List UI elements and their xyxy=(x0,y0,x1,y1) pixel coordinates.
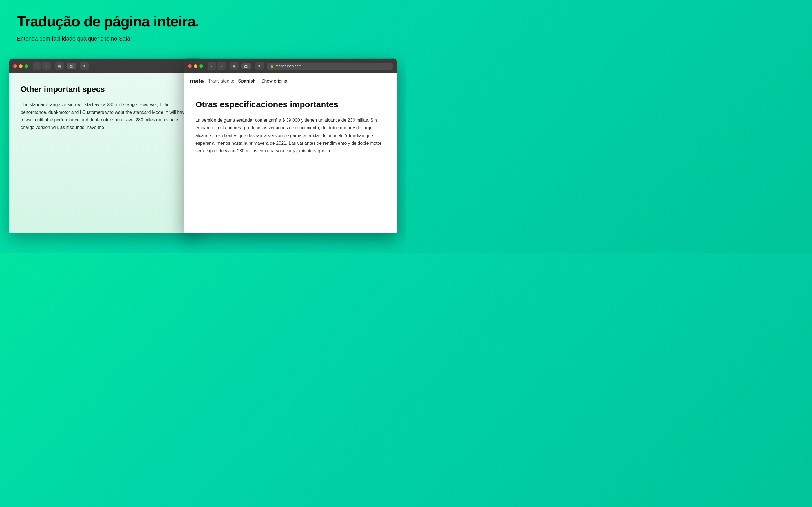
forward-button-left[interactable]: › xyxy=(42,62,51,69)
show-original-link[interactable]: Show original xyxy=(261,78,289,83)
browser-left: ‹ › ▣ æ ≡ Other important specs The stan… xyxy=(9,58,199,233)
traffic-light-yellow-right[interactable] xyxy=(194,64,197,68)
hero-title: Tradução de página inteira. xyxy=(17,13,389,30)
translated-to-label: Translated to: Spanish xyxy=(208,78,255,83)
sidebar-button-left[interactable]: ▣ xyxy=(55,62,64,69)
original-heading: Other important specs xyxy=(20,84,188,94)
traffic-light-green-right[interactable] xyxy=(199,64,203,68)
address-bar[interactable]: 🔒 techcrunch.com xyxy=(267,62,393,69)
browser-right: ‹ › ▣ æ ≡ 🔒 techcrunch.com mate xyxy=(184,58,397,233)
share-button-left[interactable]: ≡ xyxy=(80,62,89,69)
back-button-left[interactable]: ‹ xyxy=(33,62,41,69)
sidebar-button-right[interactable]: ▣ xyxy=(230,62,239,69)
translation-bar: mate Translated to: Spanish Show origina… xyxy=(184,73,397,89)
traffic-light-green-left[interactable] xyxy=(24,64,28,68)
ae-icon-right: æ xyxy=(244,64,248,68)
mate-logo: mate xyxy=(190,77,204,85)
url-text: techcrunch.com xyxy=(276,64,302,68)
sidebar-icon-left: ▣ xyxy=(57,64,61,68)
hero-section: Tradução de página inteira. Entenda com … xyxy=(0,0,406,53)
nav-buttons-left: ‹ › xyxy=(33,62,51,69)
lock-icon: 🔒 xyxy=(270,64,274,68)
original-body: The standard-range version will sta have… xyxy=(20,101,188,131)
traffic-lights-right xyxy=(188,64,203,68)
traffic-light-yellow-left[interactable] xyxy=(19,64,22,68)
forward-icon-right: › xyxy=(221,64,222,68)
forward-button-right[interactable]: › xyxy=(217,62,225,69)
back-icon-right: ‹ xyxy=(211,64,212,68)
forward-icon-left: › xyxy=(46,64,47,68)
translated-heading: Otras especificaciones importantes xyxy=(195,100,386,110)
browser-content-left: Other important specs The standard-range… xyxy=(9,73,199,233)
traffic-light-red-left[interactable] xyxy=(13,64,17,68)
traffic-light-red-right[interactable] xyxy=(188,64,192,68)
back-icon-left: ‹ xyxy=(36,64,38,68)
share-button-right[interactable]: ≡ xyxy=(255,62,264,69)
browser-content-right: Otras especificaciones importantes La ve… xyxy=(184,89,397,233)
ae-button-right[interactable]: æ xyxy=(241,63,251,69)
hero-subtitle: Entenda com facilidade qualquer site no … xyxy=(17,35,389,43)
share-icon-right: ≡ xyxy=(258,64,260,68)
share-icon-left: ≡ xyxy=(84,64,86,68)
back-button-right[interactable]: ‹ xyxy=(207,62,216,69)
ae-icon-left: æ xyxy=(69,64,73,68)
sidebar-icon-right: ▣ xyxy=(232,64,236,68)
translated-body: La versión de gama estándar comenzará a … xyxy=(195,116,386,155)
nav-buttons-right: ‹ › xyxy=(207,62,225,69)
ae-button-left[interactable]: æ xyxy=(66,63,76,69)
browser-container: ‹ › ▣ æ ≡ Other important specs The stan… xyxy=(9,58,397,233)
browser-chrome-right: ‹ › ▣ æ ≡ 🔒 techcrunch.com xyxy=(184,59,397,73)
traffic-lights-left xyxy=(13,64,28,68)
browser-chrome-left: ‹ › ▣ æ ≡ xyxy=(9,59,199,73)
